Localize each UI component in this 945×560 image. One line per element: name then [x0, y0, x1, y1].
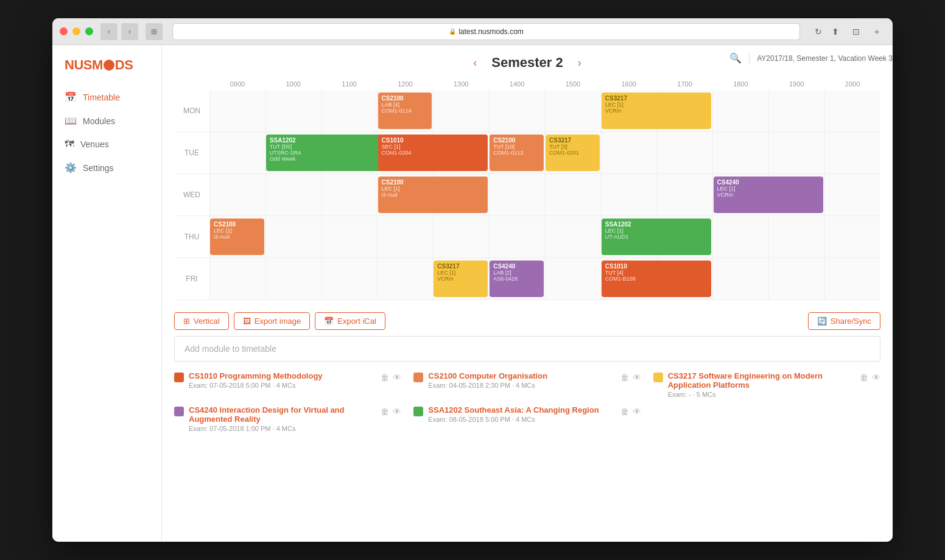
export-image-button[interactable]: 🖼 Export image: [234, 312, 311, 330]
nav-buttons: ‹ › ⊞: [100, 23, 163, 40]
back-button[interactable]: ‹: [100, 23, 118, 40]
timetable-row-fri: FRICS3217LEC [1]VCRmCS4240LAB [2]AS6-042…: [174, 258, 880, 300]
slot-fri-11: [321, 258, 378, 299]
hide-module-cs4240[interactable]: 👁: [393, 407, 401, 416]
delete-module-cs1010[interactable]: 🗑: [381, 373, 389, 382]
sidebar-item-timetable[interactable]: 📅 Timetable: [52, 85, 161, 109]
hide-module-cs2100[interactable]: 👁: [633, 373, 641, 382]
reload-button[interactable]: ↻: [810, 23, 827, 40]
sidebar-item-venues[interactable]: 🗺 Venues: [52, 133, 161, 156]
time-1900: 1900: [768, 80, 824, 88]
day-label-wed: WED: [174, 174, 209, 215]
slot-thu-19: [768, 216, 824, 257]
browser-toolbar-right: ⬆ ⊡ +: [827, 23, 885, 40]
timetable-row-mon: MONCS2100LAB [4]COM1-0114CS3217LEC [1]VC…: [174, 90, 880, 132]
event-cs4240-wed-lec[interactable]: CS4240LEC [1]VCRm: [714, 177, 824, 213]
event-cs2100-tue-tut[interactable]: CS2100TUT [10]COM1-0113: [490, 135, 544, 171]
event-cs2100-thu-lec[interactable]: CS2100LEC [1]i3-Aud: [210, 219, 264, 255]
time-1800: 1800: [712, 80, 768, 88]
prev-semester-button[interactable]: ‹: [473, 57, 477, 69]
module-info-cs4240: CS4240 Interaction Design for Virtual an…: [189, 405, 376, 432]
new-tab-button[interactable]: ⊡: [848, 23, 865, 40]
module-name-cs3217[interactable]: CS3217 Software Engineering on Modern Ap…: [668, 371, 855, 390]
export-image-label: Export image: [255, 317, 301, 326]
slot-thu-10: [265, 216, 321, 257]
slot-thu-18: [712, 216, 768, 257]
module-color-cs3217: [653, 373, 663, 382]
event-cs1010-tue-sec[interactable]: CS1010SEC [1]COM1-0204: [378, 135, 488, 171]
module-name-ssa1202[interactable]: SSA1202 Southeast Asia: A Changing Regio…: [428, 405, 615, 415]
minimize-button[interactable]: [72, 27, 80, 35]
module-item-cs3217: CS3217 Software Engineering on Modern Ap…: [653, 371, 880, 398]
vertical-label: Vertical: [194, 317, 220, 326]
sidebar-modules-label: Modules: [83, 116, 115, 126]
time-1200: 1200: [377, 80, 433, 88]
layout-button[interactable]: ⊞: [146, 23, 163, 40]
slot-mon-13: [433, 90, 489, 131]
sidebar-item-modules[interactable]: 📖 Modules: [52, 109, 161, 133]
slot-fri-15: [545, 258, 601, 299]
vertical-button[interactable]: ⊞ Vertical: [174, 312, 229, 330]
event-cs3217-fri-lec[interactable]: CS3217LEC [1]VCRm: [434, 261, 488, 297]
sidebar-item-settings[interactable]: ⚙️ Settings: [52, 156, 161, 180]
search-icon-top[interactable]: 🔍: [729, 52, 742, 64]
logo-text: NUSMDS: [65, 57, 133, 72]
logo: NUSMDS: [52, 55, 161, 85]
module-name-cs1010[interactable]: CS1010 Programming Methodology: [189, 371, 376, 380]
event-cs4240-fri-lab[interactable]: CS4240LAB [2]AS6-0426: [490, 261, 544, 297]
add-module-bar[interactable]: Add module to timetable: [174, 336, 880, 362]
slot-fri-10: [265, 258, 321, 299]
slots-row-thu: CS2100LEC [1]i3-AudSSA1202LEC [1]UT-AUD1: [209, 216, 880, 257]
traffic-lights: [60, 27, 93, 35]
module-exam-cs2100: Exam: 04-05-2018 2:30 PM · 4 MCs: [428, 382, 615, 389]
share-sync-button[interactable]: 🔄 Share/Sync: [808, 312, 880, 330]
delete-module-cs4240[interactable]: 🗑: [381, 407, 389, 416]
event-cs1010-fri-tut[interactable]: CS1010TUT [4]COM1-B108: [602, 261, 712, 297]
main-content: 🔍 AY2017/18, Semester 1, Vacation Week 3…: [162, 45, 893, 542]
hide-module-cs3217[interactable]: 👁: [872, 373, 880, 382]
module-actions-cs4240: 🗑 👁: [381, 407, 401, 416]
slot-thu-13: [433, 216, 489, 257]
slot-wed-16: [601, 174, 657, 215]
address-bar[interactable]: 🔒 latest.nusmods.com: [172, 23, 800, 40]
time-2000: 2000: [824, 80, 880, 88]
event-ssa1202-thu-lec[interactable]: SSA1202LEC [1]UT-AUD1: [602, 219, 712, 255]
maximize-button[interactable]: [85, 27, 93, 35]
export-ical-label: Export iCal: [337, 317, 376, 326]
share-browser-button[interactable]: ⬆: [827, 23, 844, 40]
module-name-cs4240[interactable]: CS4240 Interaction Design for Virtual an…: [189, 405, 376, 424]
close-button[interactable]: [60, 27, 68, 35]
module-actions-cs1010: 🗑 👁: [381, 373, 401, 382]
time-1000: 1000: [265, 80, 321, 88]
module-item-cs4240: CS4240 Interaction Design for Virtual an…: [174, 405, 401, 432]
gear-icon: ⚙️: [65, 162, 77, 173]
map-icon: 🗺: [65, 139, 74, 150]
event-cs3217-tue-tut[interactable]: CS3217TUT [3]COM1-0201: [546, 135, 600, 171]
add-tab-button[interactable]: +: [868, 23, 885, 40]
module-item-cs2100: CS2100 Computer Organisation Exam: 04-05…: [413, 371, 641, 398]
event-cs3217-mon-lec[interactable]: CS3217LEC [1]VCRm: [602, 93, 712, 129]
hide-module-cs1010[interactable]: 👁: [393, 373, 401, 382]
event-cs2100-wed-lec[interactable]: CS2100LEC [1]i3-Aud: [378, 177, 488, 213]
time-header: 0900 1000 1100 1200 1300 1400 1500 1600 …: [209, 80, 880, 88]
export-ical-button[interactable]: 📅 Export iCal: [315, 312, 385, 330]
delete-module-cs3217[interactable]: 🗑: [860, 373, 868, 382]
slots-row-tue: SSA1202TUT [D5]UTSRC-SR4Odd WeekCS1010SE…: [209, 132, 880, 173]
module-color-ssa1202: [413, 407, 423, 416]
next-semester-button[interactable]: ›: [578, 57, 581, 69]
share-icon: 🔄: [817, 317, 827, 326]
module-name-cs2100[interactable]: CS2100 Computer Organisation: [428, 371, 615, 380]
divider: [749, 53, 750, 64]
image-icon: 🖼: [243, 317, 251, 326]
forward-button[interactable]: ›: [121, 23, 138, 40]
time-1100: 1100: [321, 80, 378, 88]
delete-module-ssa1202[interactable]: 🗑: [620, 407, 629, 416]
delete-module-cs2100[interactable]: 🗑: [620, 373, 629, 382]
hide-module-ssa1202[interactable]: 👁: [633, 407, 641, 416]
slot-mon-9: [209, 90, 265, 131]
event-cs2100-mon-lab[interactable]: CS2100LAB [4]COM1-0114: [378, 93, 432, 129]
time-1700: 1700: [657, 80, 713, 88]
slot-fri-12: [377, 258, 433, 299]
day-label-thu: THU: [174, 216, 209, 257]
time-0900: 0900: [209, 80, 265, 88]
